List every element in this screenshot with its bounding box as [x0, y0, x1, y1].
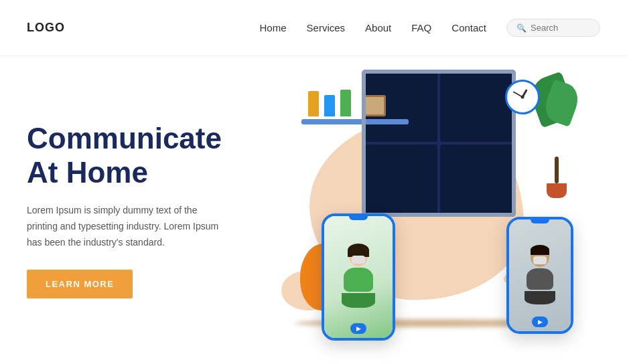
book-3 — [340, 90, 351, 116]
window-pane-4 — [440, 145, 513, 214]
main-nav: Home Services About FAQ Contact 🔍 — [260, 19, 600, 37]
nav-services[interactable]: Services — [307, 22, 346, 33]
book-2 — [324, 95, 335, 116]
phone-right-screen: ▶ — [509, 219, 571, 331]
video-call-button-left[interactable]: ▶ — [350, 323, 366, 334]
hero-title: Communicate At Home — [27, 122, 255, 189]
nav-contact[interactable]: Contact — [451, 22, 486, 33]
phone-left-screen: ▶ — [324, 216, 393, 338]
female-body — [344, 268, 373, 292]
book-1 — [308, 91, 319, 116]
hero-description: Lorem Ipsum is simply dummy text of the … — [27, 203, 221, 250]
search-input[interactable] — [531, 23, 590, 33]
plant-stem — [555, 157, 559, 183]
female-legs — [342, 293, 375, 308]
male-legs — [525, 291, 555, 304]
learn-more-button[interactable]: LEARN MORE — [27, 270, 133, 298]
male-body — [527, 268, 553, 290]
video-icon-right: ▶ — [538, 318, 543, 325]
male-hair — [531, 245, 549, 255]
male-head — [531, 247, 549, 267]
picture-frame — [362, 95, 386, 116]
video-call-button-right[interactable]: ▶ — [532, 316, 548, 327]
shelf-plank — [301, 119, 409, 124]
search-icon: 🔍 — [516, 23, 527, 33]
clock — [505, 80, 540, 114]
female-hair — [348, 244, 369, 257]
hero-illustration: ▶ ▶ — [255, 56, 600, 364]
nav-faq[interactable]: FAQ — [411, 22, 431, 33]
search-box[interactable]: 🔍 — [506, 19, 600, 37]
plant-pot — [547, 183, 567, 198]
window-pane-3 — [364, 145, 437, 214]
clock-face — [505, 80, 540, 114]
phone-right-notch — [531, 219, 549, 223]
phone-right: ▶ — [506, 217, 573, 334]
hero-section: Communicate At Home Lorem Ipsum is simpl… — [0, 56, 627, 364]
female-head — [349, 246, 368, 266]
male-mask — [533, 256, 547, 264]
hero-text: Communicate At Home Lorem Ipsum is simpl… — [27, 122, 255, 298]
window-pane-2 — [440, 72, 513, 142]
person-male — [525, 247, 555, 304]
header: LOGO Home Services About FAQ Contact 🔍 — [0, 0, 627, 56]
shelf — [301, 90, 409, 124]
clock-center — [521, 96, 525, 99]
female-mask — [352, 256, 365, 264]
video-icon: ▶ — [356, 325, 361, 332]
nav-about[interactable]: About — [365, 22, 391, 33]
phone-left-notch — [349, 216, 368, 220]
nav-home[interactable]: Home — [260, 22, 287, 33]
person-female — [342, 246, 375, 308]
phone-left: ▶ — [322, 213, 395, 341]
logo: LOGO — [27, 21, 65, 35]
